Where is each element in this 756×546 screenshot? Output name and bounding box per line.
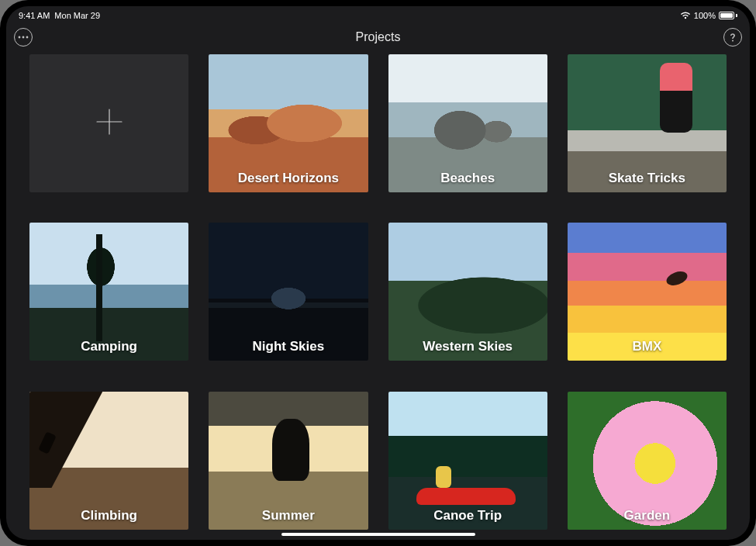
project-tile[interactable]: Canoe Trip xyxy=(388,392,547,530)
status-left: 9:41 AM Mon Mar 29 xyxy=(19,11,100,20)
ipad-frame: 9:41 AM Mon Mar 29 100% Projects xyxy=(0,0,756,546)
project-title: Beaches xyxy=(388,171,547,186)
project-title: Summer xyxy=(209,508,368,524)
project-title: Climbing xyxy=(29,508,188,524)
project-tile[interactable]: Garden xyxy=(568,392,727,530)
project-title: BMX xyxy=(568,339,727,354)
status-right: 100% xyxy=(680,11,737,20)
project-tile[interactable]: Summer xyxy=(209,392,368,530)
project-tile[interactable]: Desert Horizons xyxy=(209,54,368,192)
battery-icon xyxy=(719,12,737,19)
status-time: 9:41 AM xyxy=(19,11,50,20)
plus-icon xyxy=(94,106,125,140)
status-date: Mon Mar 29 xyxy=(54,11,100,20)
home-indicator[interactable] xyxy=(281,533,475,536)
project-title: Canoe Trip xyxy=(388,508,547,524)
project-title: Camping xyxy=(29,339,188,354)
project-tile[interactable]: Western Skies xyxy=(388,223,547,361)
project-title: Desert Horizons xyxy=(209,171,368,186)
svg-point-0 xyxy=(19,36,21,39)
status-bar: 9:41 AM Mon Mar 29 100% xyxy=(6,6,750,23)
project-tile[interactable]: Beaches xyxy=(388,54,547,192)
project-tile[interactable]: Night Skies xyxy=(209,223,368,361)
project-title: Garden xyxy=(568,508,727,524)
project-title: Western Skies xyxy=(388,339,547,354)
wifi-icon xyxy=(680,12,691,19)
project-tile[interactable]: BMX xyxy=(568,223,727,361)
projects-grid: Desert Horizons Beaches Skate Tricks Cam… xyxy=(6,51,750,540)
nav-bar: Projects xyxy=(6,23,750,51)
battery-percent: 100% xyxy=(694,11,716,20)
project-title: Skate Tricks xyxy=(568,171,727,186)
project-title: Night Skies xyxy=(209,339,368,354)
project-tile[interactable]: Skate Tricks xyxy=(568,54,727,192)
project-tile[interactable]: Camping xyxy=(29,223,188,361)
page-title: Projects xyxy=(6,30,750,44)
help-button[interactable] xyxy=(723,28,742,47)
project-tile[interactable]: Climbing xyxy=(29,392,188,530)
create-project-button[interactable] xyxy=(29,54,188,192)
svg-point-2 xyxy=(26,36,29,39)
screen: 9:41 AM Mon Mar 29 100% Projects xyxy=(6,6,750,540)
svg-point-1 xyxy=(22,36,25,39)
more-button[interactable] xyxy=(14,28,33,47)
